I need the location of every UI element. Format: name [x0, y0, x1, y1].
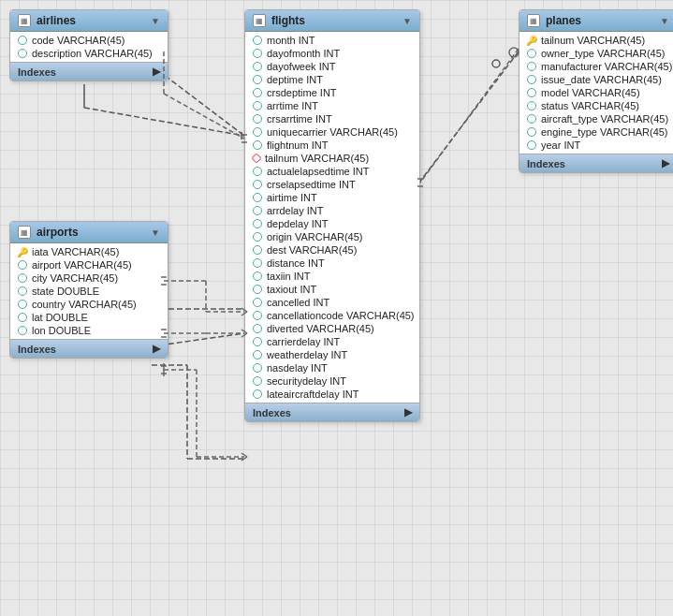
field-icon	[253, 285, 262, 294]
field-icon	[18, 36, 27, 45]
field-icon	[253, 376, 262, 386]
field-text: origin VARCHAR(45)	[267, 231, 363, 242]
svg-line-41	[241, 457, 247, 461]
field-text: lateaircraftdelay INT	[267, 389, 358, 400]
field-text: cancelled INT	[267, 297, 329, 308]
flights-title: flights	[271, 14, 397, 27]
airlines-footer[interactable]: Indexes ▶	[10, 62, 168, 81]
airports-fields: 🔑 iata VARCHAR(45) airport VARCHAR(45) c…	[10, 243, 168, 339]
list-item: cancelled INT	[245, 296, 419, 309]
flights-header: ▦ flights ▼	[245, 10, 419, 32]
list-item: lateaircraftdelay INT	[245, 388, 419, 401]
field-icon	[253, 232, 262, 242]
field-text: issue_date VARCHAR(45)	[541, 74, 662, 85]
list-item: dayofmonth INT	[245, 47, 419, 60]
field-text: manufacturer VARCHAR(45)	[541, 61, 672, 72]
svg-line-17	[420, 49, 519, 183]
field-text: iata VARCHAR(45)	[32, 246, 119, 257]
field-text: tailnum VARCHAR(45)	[265, 153, 369, 164]
list-item: 🔑 tailnum VARCHAR(45)	[519, 34, 673, 47]
svg-line-4	[416, 51, 519, 187]
field-icon	[527, 75, 536, 84]
field-text: lat DOUBLE	[32, 312, 88, 323]
field-icon	[527, 140, 536, 150]
field-text: airport VARCHAR(45)	[32, 259, 132, 271]
list-item: taxiout INT	[245, 283, 419, 296]
list-item: taxiin INT	[245, 270, 419, 283]
field-text: engine_type VARCHAR(45)	[541, 126, 668, 138]
airports-field-iata: 🔑 iata VARCHAR(45)	[10, 245, 168, 258]
key-field-icon: 🔑	[527, 36, 536, 45]
field-icon	[253, 114, 262, 124]
field-icon	[253, 180, 262, 189]
field-icon	[18, 286, 27, 296]
list-item: deptime INT	[245, 73, 419, 86]
planes-footer[interactable]: Indexes ▶	[519, 154, 673, 172]
list-item: arrdelay INT	[245, 204, 419, 217]
list-item: nasdelay INT	[245, 361, 419, 374]
field-text: cancellationcode VARCHAR(45)	[267, 310, 415, 321]
field-icon	[527, 88, 536, 97]
airports-footer[interactable]: Indexes ▶	[10, 339, 168, 358]
field-text: dest VARCHAR(45)	[267, 244, 357, 256]
list-item: uniquecarrier VARCHAR(45)	[245, 125, 419, 139]
field-text: diverted VARCHAR(45)	[267, 323, 374, 334]
list-item: distance INT	[245, 257, 419, 270]
list-item: month INT	[245, 34, 419, 47]
field-icon	[253, 140, 262, 150]
field-text: deptime INT	[267, 74, 323, 85]
list-item: dayofweek INT	[245, 60, 419, 73]
list-item: status VARCHAR(45)	[519, 99, 673, 112]
planes-table: ▦ planes ▼ 🔑 tailnum VARCHAR(45) owner_t…	[519, 9, 673, 173]
field-icon	[18, 273, 27, 283]
field-text: lon DOUBLE	[32, 325, 91, 336]
flights-table-icon: ▦	[253, 14, 266, 27]
field-icon	[253, 324, 262, 333]
airlines-title: airlines	[37, 14, 145, 27]
svg-point-5	[492, 60, 500, 67]
list-item: crsdeptime INT	[245, 86, 419, 99]
list-item: actualelapsedtime INT	[245, 165, 419, 178]
field-icon	[527, 62, 536, 71]
planes-fields: 🔑 tailnum VARCHAR(45) owner_type VARCHAR…	[519, 32, 673, 154]
field-icon	[253, 219, 262, 228]
field-text: country VARCHAR(45)	[32, 299, 137, 310]
list-item: owner_type VARCHAR(45)	[519, 47, 673, 60]
field-text: code VARCHAR(45)	[32, 35, 124, 46]
airlines-table-icon: ▦	[18, 14, 31, 27]
field-icon	[253, 363, 262, 373]
field-text: flightnum INT	[267, 139, 328, 151]
list-item: depdelay INT	[245, 217, 419, 230]
field-text: owner_type VARCHAR(45)	[541, 48, 665, 59]
list-item: flightnum INT	[245, 139, 419, 152]
field-icon	[253, 193, 262, 202]
airports-table: ▦ airports ▼ 🔑 iata VARCHAR(45) airport …	[9, 221, 168, 359]
field-text: distance INT	[267, 257, 325, 269]
list-item: securitydelay INT	[245, 374, 419, 388]
field-icon	[253, 75, 262, 84]
field-text: taxiin INT	[267, 271, 310, 282]
field-text: crsarrtime INT	[267, 113, 332, 125]
airlines-field-description: description VARCHAR(45)	[10, 47, 168, 60]
field-icon	[527, 114, 536, 124]
field-text: aircraft_type VARCHAR(45)	[541, 113, 668, 125]
airports-field-lon: lon DOUBLE	[10, 324, 168, 337]
airlines-field-code: code VARCHAR(45)	[10, 34, 168, 47]
field-icon	[253, 311, 262, 320]
field-icon	[253, 62, 262, 71]
flights-footer[interactable]: Indexes ▶	[245, 403, 419, 421]
list-item: carrierdelay INT	[245, 335, 419, 348]
field-icon	[253, 271, 262, 281]
field-icon	[253, 258, 262, 268]
list-item: crselapsedtime INT	[245, 178, 419, 191]
planes-header: ▦ planes ▼	[519, 10, 673, 32]
field-text: uniquecarrier VARCHAR(45)	[267, 126, 398, 138]
field-text: carrierdelay INT	[267, 336, 340, 347]
airports-field-country: country VARCHAR(45)	[10, 298, 168, 311]
field-text: model VARCHAR(45)	[541, 87, 640, 98]
field-icon	[253, 389, 262, 399]
airlines-table: ▦ airlines ▼ code VARCHAR(45) descriptio…	[9, 9, 168, 81]
list-item: origin VARCHAR(45)	[245, 230, 419, 243]
field-text: city VARCHAR(45)	[32, 272, 118, 284]
field-icon	[527, 127, 536, 137]
